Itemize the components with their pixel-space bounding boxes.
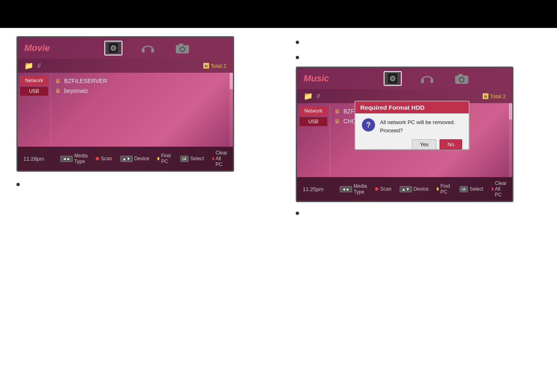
left-sidebar-usb[interactable]: USB <box>20 87 48 96</box>
select-key-icon: ok <box>180 156 189 162</box>
left-headphone-icon <box>139 41 157 55</box>
right-scan-dot-icon <box>375 187 378 191</box>
left-file-row: 📁 // N Total 2 <box>18 59 233 73</box>
left-screen-list: 🖥 BZFILESERVER 🖥 beyonwiz <box>51 73 230 147</box>
right-btn-select: ok Select <box>460 186 483 192</box>
right-film-icon <box>384 71 402 86</box>
scan-label: Scan <box>101 156 112 161</box>
svg-rect-6 <box>151 48 154 53</box>
right-column: Music <box>296 36 541 217</box>
right-device-label: Device <box>414 186 429 192</box>
right-screen-icons <box>349 71 506 86</box>
dialog-no-button[interactable]: No <box>440 139 462 150</box>
right-mediatype-key-icon: ◄► <box>340 186 352 192</box>
list-item: 🖥 beyonwiz <box>55 86 226 96</box>
left-tv-screen: Movie <box>16 36 234 172</box>
clearall-label: Clear All PC <box>216 150 229 167</box>
svg-rect-18 <box>421 79 424 83</box>
right-scan-label: Scan <box>380 186 391 192</box>
left-scrollbar <box>230 73 233 147</box>
right-tv-screen: Music <box>296 67 513 202</box>
left-screen-bottom: 11:28pm ◄► Media Type Scan ▲▼ Device Fin… <box>18 147 233 171</box>
svg-point-9 <box>181 48 184 51</box>
right-total: N Total 2 <box>483 93 506 99</box>
clearall-dot-icon <box>212 157 214 160</box>
dialog-yes-button[interactable]: Yes <box>412 139 436 150</box>
right-btn-mediatype: ◄► Media Type <box>340 183 367 195</box>
right-scrollbar-thumb <box>509 103 512 120</box>
right-screen-title: Music <box>304 73 336 84</box>
right-camera-icon <box>453 71 471 86</box>
mediatype-label: Media Type <box>74 153 88 164</box>
svg-rect-1 <box>106 42 109 54</box>
left-screen-icons <box>69 41 226 55</box>
svg-rect-10 <box>179 44 183 46</box>
right-btn-device: ▲▼ Device <box>400 186 428 192</box>
svg-rect-2 <box>118 42 121 54</box>
svg-rect-15 <box>397 73 400 84</box>
svg-point-22 <box>460 78 463 81</box>
right-network-icon-2: 🖥 <box>334 118 340 125</box>
left-btn-device: ▲▼ Device <box>120 156 149 162</box>
dialog-title: Required Format HDD <box>355 101 469 113</box>
svg-text:N: N <box>205 64 207 68</box>
bullet-dot-icon <box>16 183 20 186</box>
right-btn-findpc: Find PC <box>437 183 451 195</box>
right-clearall-label: Clear All PC <box>495 180 509 198</box>
right-screen-header: Music <box>297 68 512 89</box>
left-btn-select: ok Select <box>180 156 204 162</box>
left-time: 11:28pm <box>23 156 52 162</box>
svg-text:N: N <box>484 95 487 99</box>
right-bullet-dot-icon-2 <box>296 56 299 59</box>
list-item: 🖥 BZFILESERVER <box>55 76 226 86</box>
right-file-path: // <box>317 93 479 99</box>
right-bullet-1 <box>296 36 541 46</box>
right-select-key-icon: ok <box>460 186 468 192</box>
dialog-question-icon: ? <box>362 118 375 131</box>
findpc-dot-icon <box>157 157 159 160</box>
network-icon-2: 🖥 <box>55 88 61 94</box>
right-clearall-dot-icon <box>492 187 493 191</box>
list-item-label-1: BZFILESERVER <box>64 78 107 84</box>
left-screen-body: Network USB 🖥 BZFILESERVER 🖥 beyonwiz <box>18 73 233 147</box>
top-bar <box>0 0 557 28</box>
network-icon-1: 🖥 <box>55 78 61 84</box>
right-sidebar: Network USB <box>297 103 330 177</box>
left-btn-findpc: Find PC <box>157 153 172 164</box>
right-sidebar-usb[interactable]: USB <box>299 117 327 126</box>
left-folder-icon: 📁 <box>24 61 33 70</box>
right-time: 11:25pm <box>303 186 331 192</box>
left-screen-header: Movie <box>18 37 233 59</box>
select-label: Select <box>190 156 204 161</box>
right-btn-clearall: Clear All PC <box>492 180 509 198</box>
svg-rect-5 <box>142 48 145 53</box>
mediatype-key-icon: ◄► <box>60 156 73 162</box>
left-btn-scan: Scan <box>96 156 112 161</box>
right-bullet-dot-icon-3 <box>296 212 299 215</box>
right-findpc-dot-icon <box>437 187 439 191</box>
right-bullet-3 <box>296 207 541 217</box>
right-findpc-label: Find PC <box>440 183 451 195</box>
right-bullet-2 <box>296 51 541 62</box>
right-screen-bottom: 11:25pm ◄► Media Type Scan ▲▼ Device Fin… <box>297 177 512 201</box>
left-sidebar: Network USB <box>18 73 51 147</box>
left-sidebar-network[interactable]: Network <box>20 76 48 85</box>
findpc-label: Find PC <box>161 153 172 164</box>
device-label: Device <box>134 156 150 161</box>
left-total: N Total 2 <box>203 63 226 69</box>
right-network-icon-1: 🖥 <box>334 108 340 115</box>
svg-point-4 <box>112 46 115 50</box>
left-btn-clearall: Clear All PC <box>212 150 229 167</box>
left-file-path: // <box>37 62 199 69</box>
right-bullet-dot-icon-1 <box>296 41 299 44</box>
right-sidebar-network[interactable]: Network <box>299 106 327 115</box>
dialog-buttons: Yes No <box>362 139 462 150</box>
format-hdd-dialog: Required Format HDD ? All network PC wil… <box>354 101 470 150</box>
left-column: Movie <box>16 36 279 217</box>
left-film-icon <box>104 41 122 55</box>
right-btn-scan: Scan <box>375 186 391 192</box>
scan-dot-icon <box>96 157 99 160</box>
svg-rect-14 <box>385 73 388 84</box>
left-scrollbar-thumb <box>230 73 233 89</box>
left-screen-title: Movie <box>24 43 57 53</box>
